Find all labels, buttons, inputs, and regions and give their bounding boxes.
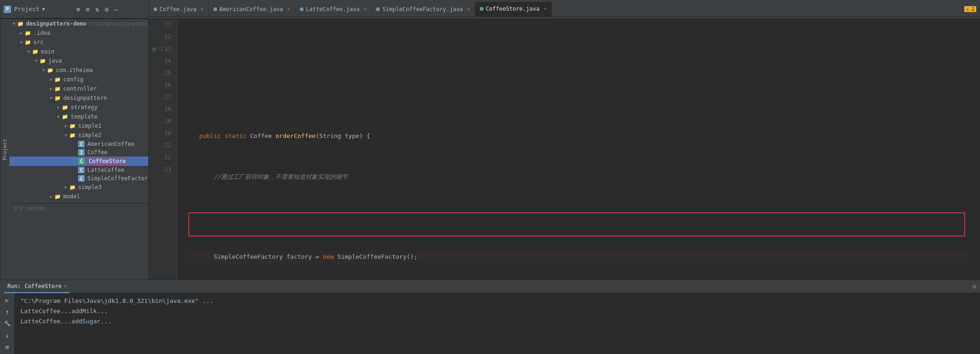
gear-icon: ⚙	[973, 283, 976, 290]
designpattern-folder-icon: 📁	[54, 94, 61, 102]
tree-simple2[interactable]: ▼ 📁 simple2	[9, 131, 148, 140]
tree-simple1[interactable]: ▶ 📁 simple1	[9, 121, 148, 131]
up-button[interactable]: ↑	[3, 308, 12, 315]
title-bar-icons: ⊕ ≡ ⇅ ⚙ —	[76, 6, 118, 13]
sort-icon[interactable]: ⇅	[95, 6, 99, 13]
tab-close-latte[interactable]: ✕	[364, 7, 366, 12]
tree-latte-file[interactable]: ▶ C LatteCoffee	[9, 166, 148, 174]
settings-icon[interactable]: ⚙	[105, 6, 108, 13]
sidebar-footer: 字节 140139	[9, 203, 148, 214]
simple3-label: simple3	[78, 184, 102, 190]
run-sidebar: ▶ ↑ 🔧 ↓ ≡	[0, 293, 15, 354]
ln-23: 23	[152, 164, 173, 176]
tree-src[interactable]: ▼ 📁 src	[9, 38, 148, 47]
warning-area: ⚠ 2	[962, 6, 980, 12]
play-button[interactable]: ▶	[3, 296, 12, 304]
com-folder-icon: 📁	[46, 66, 54, 74]
sync-icon[interactable]: ⊕	[76, 6, 80, 13]
line-numbers: 11 12 @ 🛡 13 14 15 16 17 18 19 20 21 22 …	[149, 19, 177, 280]
tabs-bar: Coffee.java ✕ AmericanCoffee.java ✕ Latt…	[149, 2, 980, 17]
tab-run[interactable]: Run: CoffeeStore ✕	[4, 280, 70, 293]
tab-label-store: CoffeeStore.java	[486, 6, 540, 12]
java-label: java	[48, 58, 62, 64]
tree-simple-factory-file[interactable]: ▶ C SimpleCoffeeFactory	[9, 174, 148, 183]
main-folder-icon: 📁	[32, 48, 39, 55]
java-folder-icon: 📁	[39, 57, 46, 65]
layout-icon[interactable]: ≡	[86, 6, 89, 13]
ln-17: 17	[152, 92, 173, 104]
controller-label: controller	[63, 85, 97, 92]
tab-close-store[interactable]: ✕	[543, 6, 546, 11]
simple3-folder-icon: 📁	[69, 184, 76, 191]
ln-13: @ 🛡 13	[152, 43, 173, 55]
tab-dot-coffee	[153, 7, 157, 11]
tab-latte-coffee[interactable]: LatteCoffee.java ✕	[295, 2, 372, 17]
run-tab-close[interactable]: ✕	[63, 283, 66, 288]
down-button[interactable]: ↓	[3, 331, 12, 339]
kw-static: static	[221, 131, 246, 141]
tab-close-coffee[interactable]: ✕	[200, 7, 203, 12]
tree-coffee-store-file[interactable]: ▶ C CoffeeStore	[9, 157, 148, 166]
model-folder-icon: 📁	[54, 193, 61, 200]
simple1-label: simple1	[78, 123, 102, 129]
factory-class-icon: C	[78, 175, 85, 182]
root-path: D:\code\designpattern\project\designpatt…	[89, 21, 149, 27]
run-output-line-1: "C:\Program Files\Java\jdk1.8.0_321\bin\…	[20, 296, 974, 306]
tree-idea[interactable]: ▶ 📁 .idea	[9, 28, 148, 38]
project-icon: P	[4, 6, 11, 13]
code-line-12	[185, 89, 973, 101]
title-bar: P Project ▼ ⊕ ≡ ⇅ ⚙ —	[0, 0, 149, 19]
wrench-button[interactable]: 🔧	[3, 320, 12, 328]
com-arrow: ▼	[41, 68, 46, 72]
tree-com-itheima[interactable]: ▼ 📁 com.itheima	[9, 66, 148, 75]
minimize-icon[interactable]: —	[114, 6, 118, 13]
root-folder-icon: 📁	[17, 20, 24, 27]
code-line-14: //通过工厂获得对象，不需要知道对象实现的细节	[185, 171, 973, 184]
tab-coffee-java[interactable]: Coffee.java ✕	[149, 2, 209, 17]
tab-close-american[interactable]: ✕	[287, 7, 290, 12]
american-class-icon: C	[78, 141, 85, 147]
tab-coffee-store[interactable]: CoffeeStore.java ✕	[475, 2, 552, 17]
code-lines: public static Coffee orderCoffee(String …	[177, 19, 980, 280]
strategy-arrow: ▶	[56, 105, 61, 110]
tab-close-simple[interactable]: ✕	[467, 7, 470, 12]
tree-root[interactable]: ▼ 📁 designpattern-demo D:\code\designpat…	[9, 19, 148, 28]
tree-java[interactable]: ▼ 📁 java	[9, 56, 148, 66]
tree-strategy[interactable]: ▶ 📁 strategy	[9, 103, 148, 112]
file-tree-sidebar[interactable]: ▼ 📁 designpattern-demo D:\code\designpat…	[9, 19, 149, 280]
run-output[interactable]: "C:\Program Files\Java\jdk1.8.0_321\bin\…	[15, 293, 980, 354]
designpattern-label: designpattern	[63, 95, 107, 101]
tab-simple-factory[interactable]: SimpleCoffeeFactory.java ✕	[371, 2, 475, 17]
tree-template[interactable]: ▼ 📁 template	[9, 112, 148, 121]
strategy-label: strategy	[71, 104, 98, 111]
kw-new: new	[323, 252, 334, 262]
simple1-arrow: ▶	[63, 124, 69, 128]
simple3-arrow: ▶	[63, 185, 69, 190]
coffee-store-class-icon: C	[78, 158, 85, 164]
latte-class-icon: C	[78, 167, 85, 173]
ln-18: 18	[152, 104, 173, 116]
tree-model[interactable]: ▶ 📁 model	[9, 192, 148, 201]
ln-16: 16	[152, 79, 173, 92]
config-arrow: ▶	[48, 77, 54, 82]
kw-public: public	[185, 131, 221, 141]
tree-main[interactable]: ▼ 📁 main	[9, 47, 148, 56]
ln-12: 12	[152, 31, 173, 43]
tab-american-coffee[interactable]: AmericanCoffee.java ✕	[209, 2, 295, 17]
type-type-param: type) {	[341, 131, 371, 141]
lines-button[interactable]: ≡	[3, 343, 12, 351]
tree-coffee-file[interactable]: ▶ I Coffee	[9, 148, 148, 157]
config-folder-icon: 📁	[54, 76, 61, 83]
tree-controller[interactable]: ▶ 📁 controller	[9, 84, 148, 93]
model-arrow: ▶	[48, 194, 54, 199]
tree-american-coffee-file[interactable]: ▶ C AmericanCoffee	[9, 140, 148, 148]
ln-22: 22	[152, 152, 173, 164]
tab-dot-store	[480, 7, 483, 11]
code-container[interactable]: 11 12 @ 🛡 13 14 15 16 17 18 19 20 21 22 …	[149, 19, 980, 280]
bottom-settings-icon[interactable]: ⚙	[973, 283, 976, 290]
tree-designpattern[interactable]: ▼ 📁 designpattern	[9, 93, 148, 103]
tree-config[interactable]: ▶ 📁 config	[9, 75, 148, 84]
title-dropdown-arrow[interactable]: ▼	[42, 7, 45, 12]
tree-simple3[interactable]: ▶ 📁 simple3	[9, 183, 148, 192]
top-row: P Project ▼ ⊕ ≡ ⇅ ⚙ — Coffee.java ✕ Amer…	[0, 0, 980, 19]
